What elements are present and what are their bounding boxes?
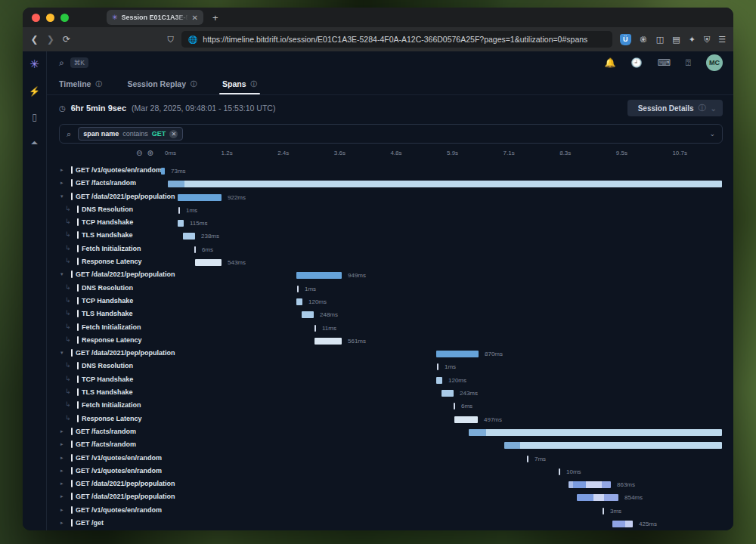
span-label-group[interactable]: GET /data/2021/pep/population — [71, 349, 175, 357]
close-window-button[interactable] — [32, 14, 40, 22]
span-bar[interactable] — [178, 194, 222, 201]
span-label-group[interactable]: GET /v1/quotes/en/random — [71, 454, 162, 462]
span-label-group[interactable]: DNS Resolution — [77, 284, 133, 292]
user-avatar[interactable]: MC — [706, 54, 723, 71]
span-row[interactable]: ↳ Fetch Initialization 6ms — [47, 243, 733, 256]
span-bar[interactable] — [314, 338, 342, 345]
span-row[interactable]: ↳ Fetch Initialization 6ms — [47, 400, 733, 413]
zoom-window-button[interactable] — [60, 14, 69, 22]
span-label-group[interactable]: TCP Handshake — [77, 218, 133, 226]
span-label-group[interactable]: Response Latency — [77, 336, 142, 344]
search-icon[interactable]: ⌕ — [59, 57, 64, 68]
span-bar[interactable] — [297, 286, 299, 292]
span-label-group[interactable]: TCP Handshake — [77, 376, 133, 383]
span-label-group[interactable]: Fetch Initialization — [77, 323, 141, 331]
browser-tab[interactable]: ✳ Session E01C1A3E-5284-4F ✕ — [107, 10, 203, 25]
span-label-group[interactable]: GET /facts/random — [71, 179, 136, 187]
session-details-button[interactable]: Session Details ⓘ ⌄ — [627, 100, 723, 116]
span-row[interactable]: ▸ ↳ GET /data/2021/pep/population 854ms — [47, 491, 733, 504]
history-clock-icon[interactable]: 🕘 — [631, 57, 642, 68]
expand-caret-icon[interactable]: ▸ — [60, 507, 64, 513]
notifications-bell-icon[interactable]: 🔔 — [605, 57, 616, 68]
span-bar[interactable] — [437, 363, 438, 370]
span-bar[interactable] — [183, 233, 195, 240]
url-bar[interactable]: 🌐 https://timeline.bitdrift.io/session/E… — [181, 31, 612, 48]
privacy-shield-icon[interactable]: ⛨ — [704, 35, 710, 45]
span-bar[interactable] — [612, 521, 633, 527]
span-label-group[interactable]: GET /data/2021/pep/population — [71, 193, 175, 200]
span-row[interactable]: ↳ TCP Handshake 115ms — [47, 217, 733, 230]
bookmark-icon[interactable]: ⛉ — [168, 35, 174, 45]
expand-caret-icon[interactable]: ▾ — [60, 271, 64, 277]
expand-caret-icon[interactable]: ▸ — [60, 468, 64, 474]
span-bar[interactable] — [603, 508, 604, 515]
tab-session-replay[interactable]: Session Replayⓘ — [127, 79, 197, 94]
menu-icon[interactable]: ☰ — [718, 35, 726, 45]
span-bar[interactable] — [314, 325, 316, 332]
span-label-group[interactable]: GET /v1/quotes/en/random — [71, 166, 162, 174]
span-label-group[interactable]: Response Latency — [77, 258, 142, 265]
expand-caret-icon[interactable]: ▸ — [60, 441, 64, 447]
span-row[interactable]: ↳ DNS Resolution 1ms — [47, 360, 733, 373]
span-bar[interactable] — [302, 311, 314, 318]
span-row[interactable]: ↳ TCP Handshake 120ms — [47, 295, 733, 308]
span-label-group[interactable]: GET /v1/quotes/en/random — [71, 506, 162, 514]
span-bar[interactable] — [559, 468, 560, 475]
expand-caret-icon[interactable]: ▸ — [60, 481, 64, 487]
bitdrift-logo-icon[interactable]: ✳ — [29, 57, 39, 71]
span-row[interactable]: ▸ ↳ GET /facts/random — [47, 439, 733, 452]
mobile-icon[interactable]: ▯ — [32, 112, 37, 122]
span-bar[interactable] — [436, 351, 479, 357]
site-shield-icon[interactable]: 🌐 — [188, 36, 197, 44]
span-bar[interactable] — [178, 220, 184, 227]
span-row[interactable]: ▸ ↳ GET /v1/quotes/en/random 3ms — [47, 505, 733, 518]
filter-chip[interactable]: span name contains GET ✕ — [78, 127, 183, 141]
span-label-group[interactable]: GET /data/2021/pep/population — [71, 493, 175, 500]
expand-caret-icon[interactable]: ▾ — [60, 193, 64, 199]
span-label-group[interactable]: TCP Handshake — [77, 297, 133, 304]
span-row[interactable]: ▸ ↳ GET /data/2021/pep/population 863ms — [47, 478, 733, 491]
lightning-icon[interactable]: ⚡ — [29, 86, 40, 97]
span-row[interactable]: ↳ TLS Handshake 243ms — [47, 387, 733, 400]
span-row[interactable]: ↳ Response Latency 561ms — [47, 335, 733, 348]
back-icon[interactable]: ❮ — [30, 34, 39, 45]
expand-caret-icon[interactable]: ▸ — [60, 455, 64, 461]
span-label-group[interactable]: Fetch Initialization — [77, 401, 141, 409]
span-bar[interactable] — [161, 168, 165, 175]
span-row[interactable]: ▾ ↳ GET /data/2021/pep/population 922ms — [47, 191, 733, 204]
span-label-group[interactable]: TLS Handshake — [77, 310, 133, 317]
expand-caret-icon[interactable]: ▸ — [60, 428, 64, 434]
expand-caret-icon[interactable]: ▸ — [60, 180, 64, 186]
ublock-extension-icon[interactable]: Ü — [620, 34, 631, 45]
span-label-group[interactable]: TLS Handshake — [77, 388, 133, 396]
span-label-group[interactable]: GET /facts/random — [71, 428, 136, 435]
new-tab-button[interactable]: + — [212, 12, 218, 23]
span-label-group[interactable]: DNS Resolution — [77, 206, 133, 213]
span-bar[interactable] — [454, 403, 455, 410]
span-bar[interactable] — [296, 298, 302, 305]
span-row[interactable]: ▸ ↳ GET /v1/quotes/en/random 7ms — [47, 453, 733, 465]
span-label-group[interactable]: GET /data/2021/pep/population — [71, 270, 175, 278]
forward-icon[interactable]: ❯ — [46, 34, 54, 45]
expand-caret-icon[interactable]: ▸ — [60, 520, 64, 526]
span-bar[interactable] — [504, 442, 722, 449]
span-row[interactable]: ↳ Response Latency 497ms — [47, 413, 733, 426]
span-row[interactable]: ▾ ↳ GET /data/2021/pep/population 870ms — [47, 348, 733, 360]
zoom-out-icon[interactable]: ⊖ — [136, 149, 142, 157]
span-bar[interactable] — [577, 494, 618, 501]
span-label-group[interactable]: TLS Handshake — [77, 231, 133, 239]
chevron-down-icon[interactable]: ⌄ — [711, 104, 717, 113]
span-label-group[interactable]: GET /get — [71, 519, 104, 527]
span-row[interactable]: ▸ ↳ GET /v1/quotes/en/random 10ms — [47, 465, 733, 478]
extension-icon[interactable]: ֎ — [640, 35, 648, 44]
span-row[interactable]: ↳ DNS Resolution 1ms — [47, 204, 733, 217]
span-bar[interactable] — [469, 429, 722, 436]
span-label-group[interactable]: DNS Resolution — [77, 362, 133, 369]
help-icon[interactable]: ⍰ — [686, 57, 691, 68]
reload-icon[interactable]: ⟳ — [62, 34, 70, 45]
span-bar[interactable] — [296, 272, 342, 279]
info-icon[interactable]: ⓘ — [699, 103, 706, 113]
tab-timeline[interactable]: Timelineⓘ — [59, 79, 101, 94]
wallet-icon[interactable]: ▤ — [672, 35, 680, 45]
span-row[interactable]: ▸ ↳ GET /get 425ms — [47, 518, 733, 530]
